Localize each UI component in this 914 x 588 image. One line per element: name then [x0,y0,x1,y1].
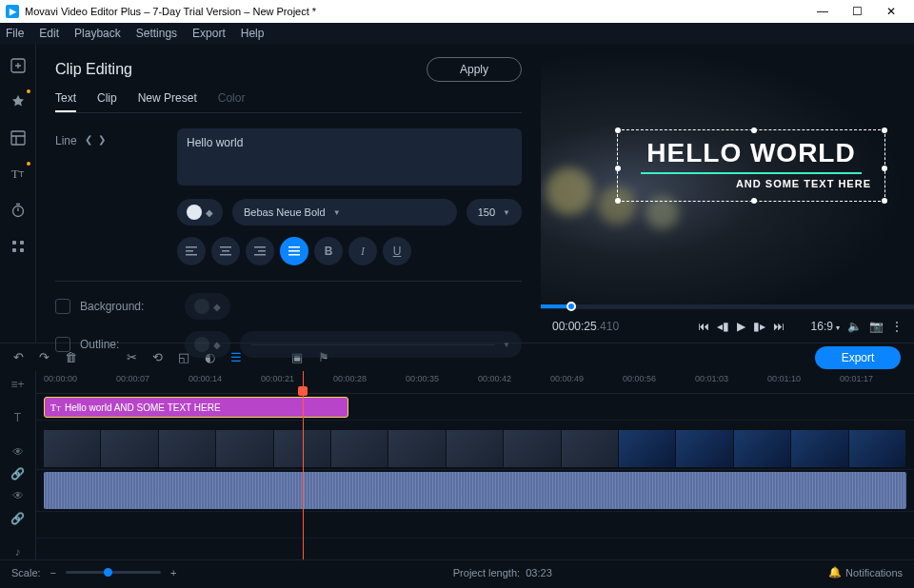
text-track-icon[interactable]: T [14,411,21,425]
step-back-icon[interactable]: ◂▮ [717,320,729,333]
tab-clip[interactable]: Clip [97,91,117,112]
svg-rect-1 [11,131,25,145]
align-left-icon[interactable] [177,237,206,265]
tab-text[interactable]: Text [55,91,76,112]
scale-slider[interactable] [66,571,161,574]
clip-properties-icon[interactable]: ☰ [230,350,242,364]
effects-icon[interactable] [6,89,30,114]
text-overlay-box[interactable]: HELLO WORLD AND SOME TEXT HERE [617,129,885,202]
overlay-text-2: AND SOME TEXT HERE [631,178,871,189]
more-icon[interactable]: ⋮ [891,320,903,333]
export-button[interactable]: Export [815,346,901,369]
color-toggle[interactable]: ◆ [177,199,223,225]
svg-rect-14 [258,250,266,252]
align-right-icon[interactable] [246,237,274,265]
track-controls: ≡+ T 👁 🔗 👁 🔗 ♪ [0,371,36,559]
text-clip-label: Hello world AND SOME TEXT HERE [65,402,221,413]
outline-label: Outline: [80,338,175,351]
menu-export[interactable]: Export [192,27,226,40]
skip-end-icon[interactable]: ⏭ [773,320,785,333]
panel-title: Clip Editing [55,61,132,78]
volume-icon[interactable]: 🔈 [847,320,862,333]
panel-tabs: Text Clip New Preset Color [55,91,522,113]
svg-rect-6 [20,248,24,252]
undo-icon[interactable]: ↶ [13,350,24,364]
bell-icon: 🔔 [828,566,842,578]
align-justify-icon[interactable] [280,237,308,265]
play-icon[interactable]: ▶ [737,320,745,333]
outline-width-dropdown[interactable]: ▼ [240,331,522,358]
font-size-dropdown[interactable]: 150▼ [467,199,522,225]
scale-minus-icon[interactable]: − [50,567,56,578]
redo-icon[interactable]: ↷ [39,350,50,364]
svg-rect-17 [288,250,300,252]
font-dropdown[interactable]: Bebas Neue Bold▼ [232,199,457,225]
line-next-icon[interactable]: ❯ [98,134,106,145]
step-forward-icon[interactable]: ▮▸ [753,320,765,333]
chevron-down-icon: ▼ [333,208,341,217]
project-length-value: 03:23 [526,567,552,578]
svg-rect-4 [20,241,24,245]
layout-icon[interactable] [6,126,30,150]
menu-help[interactable]: Help [241,27,265,40]
line-prev-icon[interactable]: ❮ [85,134,92,145]
seek-bar[interactable] [541,304,914,308]
apply-button[interactable]: Apply [427,57,522,82]
project-length-label: Project length: [453,567,520,578]
snapshot-icon[interactable]: 📷 [869,320,884,333]
underline-icon[interactable]: U [383,237,411,265]
background-color-toggle[interactable]: ◆ [185,293,230,320]
music-track-icon[interactable]: ♪ [15,545,21,559]
time-ruler[interactable]: 00:00:00 00:00:07 00:00:14 00:00:21 00:0… [36,371,914,394]
scale-plus-icon[interactable]: + [170,567,176,578]
audio-track-link-icon[interactable]: 🔗 [10,511,25,525]
aspect-ratio-dropdown[interactable]: 16:9 ▾ [811,320,840,333]
preview-pane: HELLO WORLD AND SOME TEXT HERE 00:00:25.… [541,44,914,343]
menu-playback[interactable]: Playback [74,27,121,40]
menu-bar: File Edit Playback Settings Export Help [0,23,914,44]
preview-canvas[interactable]: HELLO WORLD AND SOME TEXT HERE [541,44,914,308]
text-input[interactable]: Hello world [177,128,522,186]
delete-icon[interactable]: 🗑 [65,350,77,364]
menu-edit[interactable]: Edit [39,27,59,40]
audio-track[interactable] [36,470,914,512]
menu-file[interactable]: File [6,27,24,40]
italic-icon[interactable]: I [348,237,377,265]
tab-new-preset[interactable]: New Preset [138,91,197,112]
audio-track-toggle-icon[interactable]: 👁 [12,489,24,503]
left-sidebar: TT [0,44,36,343]
background-checkbox[interactable] [55,299,70,314]
add-track-icon[interactable]: ≡+ [10,377,24,391]
skip-start-icon[interactable]: ⏮ [698,320,709,333]
align-center-icon[interactable] [211,237,240,265]
svg-rect-7 [186,246,197,248]
text-track[interactable]: TT Hello world AND SOME TEXT HERE [36,394,914,421]
close-button[interactable]: ✕ [874,5,908,18]
overlay-text-1: HELLO WORLD [631,138,871,168]
audio-waveform [44,472,906,509]
stopwatch-icon[interactable] [6,198,30,223]
timeline-tracks[interactable]: 00:00:00 00:00:07 00:00:14 00:00:21 00:0… [36,371,914,559]
svg-rect-12 [220,254,231,256]
svg-rect-5 [12,248,16,252]
playhead[interactable] [303,371,304,559]
notifications-button[interactable]: 🔔 Notifications [828,566,903,578]
more-tools-icon[interactable] [6,234,30,259]
music-track[interactable] [36,512,914,539]
text-icon[interactable]: TT [6,162,30,186]
bold-icon[interactable]: B [314,237,343,265]
add-media-icon[interactable] [6,53,30,78]
menu-settings[interactable]: Settings [136,27,177,40]
timecode: 00:00:25.410 [552,320,619,333]
minimize-button[interactable]: — [805,5,840,18]
video-track[interactable] [36,428,914,470]
clip-editing-panel: Clip Editing Apply Text Clip New Preset … [36,44,541,343]
rotate-icon[interactable]: ⟲ [152,350,163,364]
cut-icon[interactable]: ✂ [127,350,137,364]
outline-color-toggle[interactable]: ◆ [185,331,230,358]
svg-rect-3 [12,241,16,245]
line-label: Line [55,128,77,147]
video-track-link-icon[interactable]: 🔗 [10,467,25,481]
video-track-toggle-icon[interactable]: 👁 [12,445,24,460]
maximize-button[interactable]: ☐ [840,5,874,18]
